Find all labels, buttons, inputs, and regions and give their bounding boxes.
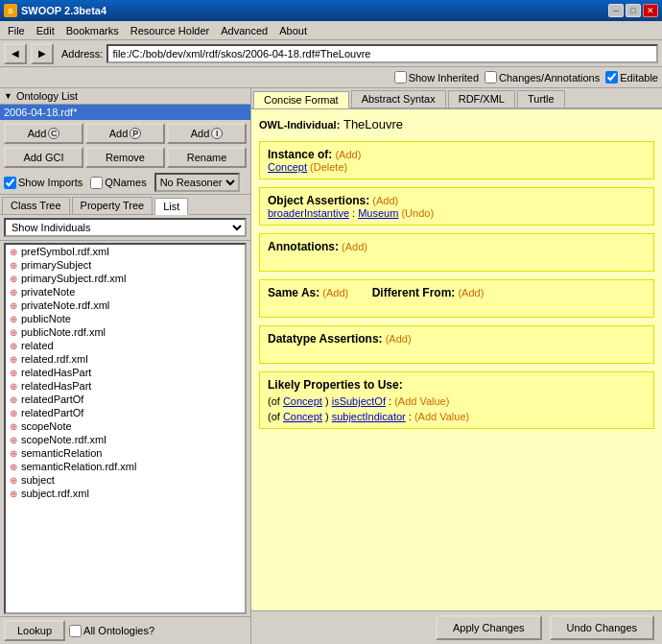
left-bottom-bar: Lookup All Ontologies? (0, 616, 250, 644)
list-item[interactable]: ⊕ privateNote.rdf.xml (6, 298, 245, 312)
annotations-add-link[interactable]: (Add) (342, 241, 367, 252)
same-as-add-link[interactable]: (Add) (322, 287, 348, 298)
list-icon: ⊕ (10, 381, 17, 392)
tab-abstract-syntax[interactable]: Abstract Syntax (351, 90, 446, 107)
qnames-checkbox[interactable] (90, 177, 103, 189)
remove-button[interactable]: Remove (85, 147, 165, 168)
toolbar: ◀ ▶ Address: (0, 40, 662, 67)
close-button[interactable]: ✕ (643, 4, 658, 17)
owl-individual-header: OWL-Individual: TheLouvre (259, 117, 654, 131)
list-item[interactable]: ⊕ subject.rdf.xml (6, 487, 245, 500)
editable-checkbox-wrap[interactable]: Editable (605, 71, 658, 83)
left-panel: ▼ Ontology List 2006-04-18.rdf* Add C Ad… (0, 88, 251, 644)
changes-annotations-checkbox[interactable] (485, 71, 497, 83)
list-icon: ⊕ (10, 287, 17, 298)
object-assertions-add-link[interactable]: (Add) (372, 195, 398, 206)
show-individuals-dropdown[interactable]: Show Individuals (4, 218, 247, 237)
list-item[interactable]: ⊕ publicNote (6, 312, 245, 325)
concept-link-0[interactable]: Concept (283, 395, 322, 407)
concept-link-1[interactable]: Concept (283, 411, 322, 422)
concept-delete-link[interactable]: (Delete) (310, 161, 347, 173)
menu-resource-holder[interactable]: Resource Holder (125, 23, 216, 38)
show-inherited-checkbox-wrap[interactable]: Show Inherited (394, 71, 479, 83)
show-inherited-checkbox[interactable] (394, 71, 407, 83)
changes-annotations-checkbox-wrap[interactable]: Changes/Annotations (485, 71, 600, 83)
list-item[interactable]: ⊕ semanticRelation.rdf.xml (6, 460, 245, 473)
likely-property-row-1: (of Concept ) subjectIndicator : (Add Va… (268, 411, 646, 422)
back-button[interactable]: ◀ (4, 43, 27, 64)
minimize-button[interactable]: – (608, 4, 624, 17)
editable-checkbox[interactable] (605, 71, 618, 83)
list-icon: ⊕ (10, 489, 17, 499)
menu-bookmarks[interactable]: Bookmarks (60, 23, 125, 38)
list-item[interactable]: ⊕ scopeNote.rdf.xml (6, 433, 245, 446)
tab-turtle[interactable]: Turtle (517, 90, 565, 107)
museum-link[interactable]: Museum (358, 207, 398, 219)
list-item[interactable]: ⊕ related.rdf.xml (6, 352, 245, 366)
lookup-button[interactable]: Lookup (4, 620, 65, 641)
reasoner-select[interactable]: No Reasoner (154, 173, 240, 192)
add-gci-button[interactable]: Add GCI (4, 147, 83, 168)
add-value-link-0[interactable]: (Add Value) (394, 395, 449, 407)
annotations-section: Annotations: (Add) (259, 233, 654, 272)
add-i-button[interactable]: Add I (167, 123, 247, 144)
list-item[interactable]: ⊕ subject (6, 473, 245, 487)
list-item[interactable]: ⊕ privateNote (6, 285, 245, 298)
add-p-button[interactable]: Add P (85, 123, 165, 144)
undo-link[interactable]: (Undo) (401, 207, 434, 219)
list-item[interactable]: ⊕ relatedPartOf (6, 393, 245, 406)
maximize-button[interactable]: □ (626, 4, 641, 17)
qnames-wrap[interactable]: QNames (90, 177, 146, 189)
show-imports-wrap[interactable]: Show Imports (4, 177, 83, 189)
list-item[interactable]: ⊕ relatedHasPart (6, 366, 245, 379)
list-item[interactable]: ⊕ related (6, 339, 245, 352)
list-item[interactable]: ⊕ relatedHasPart (6, 379, 245, 393)
ontology-collapse-icon[interactable]: ▼ (4, 91, 12, 101)
tab-property-tree[interactable]: Property Tree (72, 197, 154, 214)
list-item[interactable]: ⊕ semanticRelation (6, 446, 245, 460)
is-subject-of-link[interactable]: isSubjectOf (332, 395, 386, 407)
list-area[interactable]: ⊕ prefSymbol.rdf.xml ⊕ primarySubject ⊕ … (4, 243, 247, 614)
add-value-link-1[interactable]: (Add Value) (414, 411, 469, 422)
menu-file[interactable]: File (2, 23, 31, 38)
tab-list[interactable]: List (154, 198, 188, 215)
list-item[interactable]: ⊕ primarySubject (6, 258, 245, 272)
tab-class-tree[interactable]: Class Tree (2, 197, 70, 214)
datatype-assertions-add-link[interactable]: (Add) (386, 333, 412, 345)
list-item[interactable]: ⊕ relatedPartOf (6, 406, 245, 419)
show-imports-checkbox[interactable] (4, 177, 16, 189)
add-c-button[interactable]: Add C (4, 123, 83, 144)
instance-of-add-link[interactable]: (Add) (335, 149, 361, 160)
menu-about[interactable]: About (273, 23, 313, 38)
concept-link[interactable]: Concept (268, 161, 307, 173)
list-icon: ⊕ (10, 341, 17, 351)
menu-edit[interactable]: Edit (31, 23, 60, 38)
menu-advanced[interactable]: Advanced (215, 23, 273, 38)
address-input[interactable] (106, 44, 658, 63)
list-item[interactable]: ⊕ scopeNote (6, 419, 245, 433)
all-ontologies-checkbox[interactable] (69, 625, 82, 637)
list-item[interactable]: ⊕ primarySubject.rdf.xml (6, 272, 245, 285)
menu-bar: File Edit Bookmarks Resource Holder Adva… (0, 21, 662, 40)
ontology-list-item[interactable]: 2006-04-18.rdf* (0, 105, 250, 120)
add-buttons-row: Add C Add P Add I (0, 120, 250, 147)
list-item[interactable]: ⊕ publicNote.rdf.xml (6, 325, 245, 339)
title-bar: S SWOOP 2.3beta4 – □ ✕ (0, 0, 662, 21)
undo-changes-button[interactable]: Undo Changes (550, 615, 654, 640)
tab-concise-format[interactable]: Concise Format (253, 91, 349, 108)
list-icon: ⊕ (10, 260, 17, 271)
list-item[interactable]: ⊕ prefSymbol.rdf.xml (6, 245, 245, 258)
subject-indicator-link[interactable]: subjectIndicator (332, 411, 406, 422)
different-from-add-link[interactable]: (Add) (458, 287, 484, 298)
broader-instantive-link[interactable]: broaderInstantive (268, 207, 349, 219)
apply-changes-button[interactable]: Apply Changes (436, 615, 542, 640)
app-icon: S (4, 4, 17, 17)
rename-button[interactable]: Rename (167, 147, 247, 168)
all-ontologies-wrap[interactable]: All Ontologies? (69, 625, 154, 637)
list-icon: ⊕ (10, 408, 17, 418)
forward-button[interactable]: ▶ (31, 43, 54, 64)
list-icon: ⊕ (10, 448, 17, 459)
left-tab-bar: Class Tree Property Tree List (0, 195, 250, 215)
list-icon: ⊕ (10, 314, 17, 324)
tab-rdf-xml[interactable]: RDF/XML (448, 90, 515, 107)
